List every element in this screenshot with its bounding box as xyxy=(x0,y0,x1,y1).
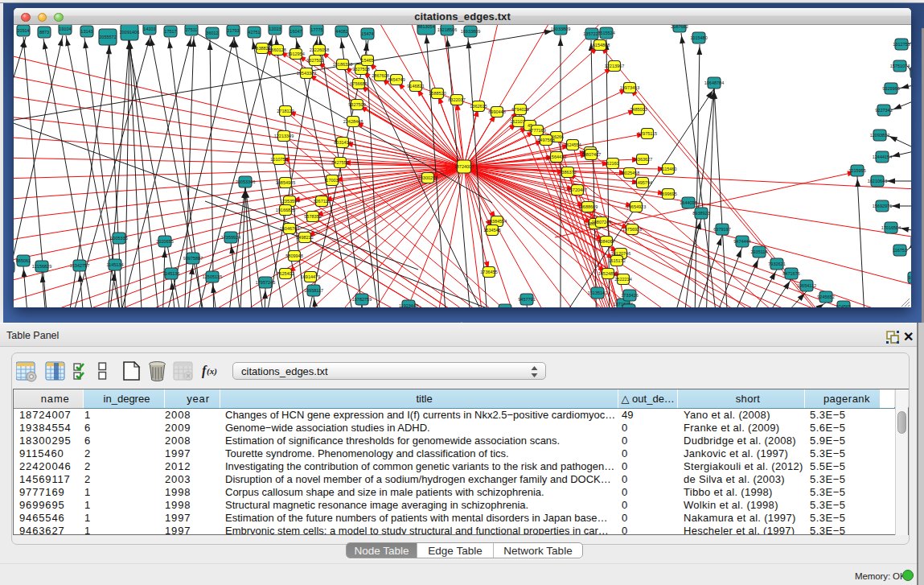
svg-text:20091406: 20091406 xyxy=(120,30,139,35)
svg-text:1010755: 1010755 xyxy=(270,157,287,162)
svg-text:12505135: 12505135 xyxy=(203,274,222,279)
svg-text:7515524: 7515524 xyxy=(598,31,614,35)
svg-text:15720407: 15720407 xyxy=(568,187,587,192)
svg-text:1534545: 1534545 xyxy=(483,228,500,233)
svg-text:7932621: 7932621 xyxy=(768,262,785,266)
svg-text:36012: 36012 xyxy=(206,31,218,35)
svg-text:7386372: 7386372 xyxy=(559,170,576,175)
svg-text:16914479: 16914479 xyxy=(301,274,320,279)
svg-text:9384067: 9384067 xyxy=(598,239,614,244)
svg-text:44082: 44082 xyxy=(335,29,347,34)
svg-text:10025458: 10025458 xyxy=(620,171,639,175)
svg-text:15692971: 15692971 xyxy=(873,204,892,208)
svg-text:3912954: 3912954 xyxy=(287,51,304,56)
svg-text:14524851: 14524851 xyxy=(598,271,618,276)
svg-text:9146821: 9146821 xyxy=(407,84,424,89)
svg-text:10648784: 10648784 xyxy=(704,80,724,85)
svg-text:10807487: 10807487 xyxy=(581,152,601,157)
svg-text:27511: 27511 xyxy=(186,27,198,32)
svg-text:12213349: 12213349 xyxy=(274,134,294,138)
svg-text:18300295: 18300295 xyxy=(418,175,437,180)
svg-text:62160: 62160 xyxy=(606,161,618,166)
svg-text:1733426: 1733426 xyxy=(621,293,638,298)
svg-text:2867608: 2867608 xyxy=(372,73,388,78)
svg-text:12093832: 12093832 xyxy=(870,133,889,138)
svg-text:9245652: 9245652 xyxy=(817,295,834,299)
svg-text:8813054: 8813054 xyxy=(417,25,434,29)
svg-text:6497568: 6497568 xyxy=(537,138,554,142)
svg-text:16154808: 16154808 xyxy=(590,43,610,47)
svg-text:885061: 885061 xyxy=(16,258,31,263)
svg-text:17957245: 17957245 xyxy=(256,280,275,285)
svg-text:17359924: 17359924 xyxy=(221,235,240,240)
svg-text:12023: 12023 xyxy=(269,27,281,31)
svg-text:8427552: 8427552 xyxy=(331,160,348,165)
svg-text:9329966: 9329966 xyxy=(882,86,899,91)
svg-text:10958117: 10958117 xyxy=(304,288,323,293)
svg-text:17775: 17775 xyxy=(310,27,322,32)
svg-text:1145136: 1145136 xyxy=(162,271,179,276)
svg-text:9474444: 9474444 xyxy=(733,239,750,244)
svg-text:2087682: 2087682 xyxy=(671,25,688,29)
svg-text:16933809: 16933809 xyxy=(461,29,480,34)
svg-text:12213967: 12213967 xyxy=(605,64,624,68)
svg-text:9457791: 9457791 xyxy=(518,297,535,302)
svg-text:1145134: 1145134 xyxy=(106,262,123,267)
svg-text:10654923: 10654923 xyxy=(626,204,646,209)
svg-text:5578352: 5578352 xyxy=(304,214,321,219)
svg-text:3267110: 3267110 xyxy=(313,199,330,204)
svg-text:9777169: 9777169 xyxy=(528,128,545,133)
svg-text:8938923: 8938923 xyxy=(692,211,709,216)
svg-text:1615172: 1615172 xyxy=(608,258,625,263)
svg-text:12353594: 12353594 xyxy=(280,199,299,204)
svg-text:116753: 116753 xyxy=(893,248,907,253)
svg-text:3215955: 3215955 xyxy=(848,168,865,173)
svg-text:92450: 92450 xyxy=(908,275,911,280)
svg-text:1362615: 1362615 xyxy=(470,104,487,109)
svg-text:15465: 15465 xyxy=(361,58,373,63)
svg-text:6794028: 6794028 xyxy=(511,107,528,112)
svg-text:10854985: 10854985 xyxy=(276,180,295,185)
svg-text:9699695: 9699695 xyxy=(659,192,676,196)
svg-text:12444154: 12444154 xyxy=(873,154,892,159)
svg-text:16047: 16047 xyxy=(290,29,302,34)
svg-text:1149824: 1149824 xyxy=(620,307,637,308)
svg-text:9115460: 9115460 xyxy=(659,167,676,171)
svg-text:16120746: 16120746 xyxy=(611,251,630,256)
svg-text:10782759: 10782759 xyxy=(352,297,372,302)
svg-text:2718129: 2718129 xyxy=(277,109,294,113)
svg-text:124534: 124534 xyxy=(498,307,512,308)
svg-text:1644095: 1644095 xyxy=(680,200,696,205)
svg-text:8873: 8873 xyxy=(39,30,49,35)
svg-text:19166825: 19166825 xyxy=(276,208,295,212)
svg-text:21564436: 21564436 xyxy=(547,154,566,159)
svg-text:12975115: 12975115 xyxy=(638,131,657,136)
svg-text:21793: 21793 xyxy=(227,28,239,33)
svg-text:8031414: 8031414 xyxy=(334,140,351,145)
svg-text:9327508: 9327508 xyxy=(352,67,369,72)
svg-text:19384554: 19384554 xyxy=(487,219,507,224)
svg-text:13143: 13143 xyxy=(80,29,92,34)
svg-text:15751074: 15751074 xyxy=(890,64,910,68)
svg-text:6756685: 6756685 xyxy=(350,81,367,86)
svg-text:39154: 39154 xyxy=(14,265,14,270)
svg-text:1312755: 1312755 xyxy=(893,42,910,47)
svg-text:19104: 19104 xyxy=(59,27,71,31)
svg-text:93975887: 93975887 xyxy=(183,256,203,261)
svg-text:42751: 42751 xyxy=(248,30,260,35)
svg-text:8322037: 8322037 xyxy=(448,97,465,102)
svg-text:1588520: 1588520 xyxy=(429,91,446,96)
svg-text:18807249: 18807249 xyxy=(592,220,611,225)
svg-text:11495794: 11495794 xyxy=(633,180,652,185)
svg-text:18186328: 18186328 xyxy=(333,62,352,67)
svg-text:14203: 14203 xyxy=(143,27,155,31)
svg-text:16210643: 16210643 xyxy=(868,179,887,183)
svg-text:2055572: 2055572 xyxy=(99,35,116,39)
svg-text:19756928: 19756928 xyxy=(622,227,642,232)
svg-text:20914: 20914 xyxy=(17,28,29,33)
svg-text:10654112: 10654112 xyxy=(797,283,816,288)
svg-text:9327503: 9327503 xyxy=(306,58,323,63)
svg-text:9327509: 9327509 xyxy=(348,102,365,107)
svg-text:23226058: 23226058 xyxy=(310,47,329,52)
svg-text:1005335: 1005335 xyxy=(110,236,127,241)
